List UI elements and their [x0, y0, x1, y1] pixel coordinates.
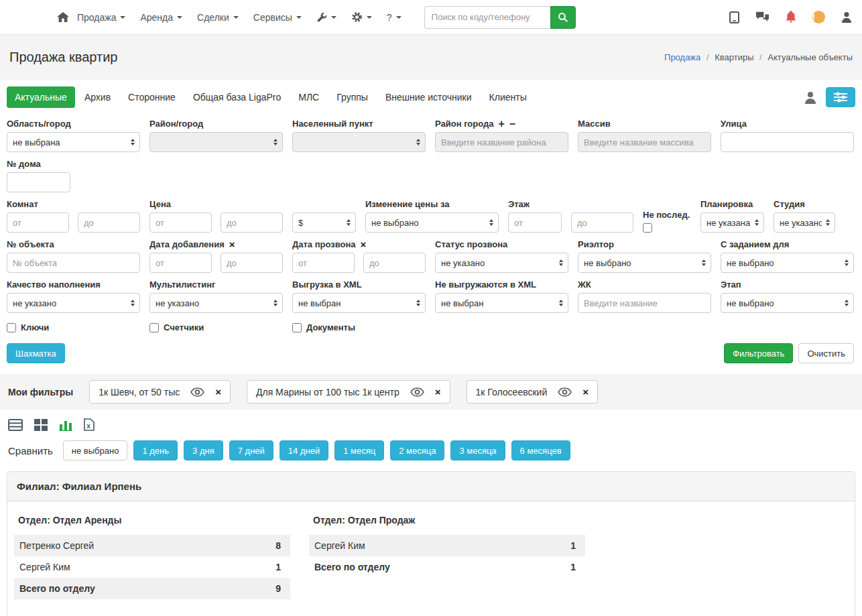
compare-period-button[interactable]: 1 день	[133, 440, 178, 460]
not-last-floor-checkbox[interactable]	[643, 223, 652, 233]
quality-select[interactable]: не указано	[7, 293, 140, 313]
eye-icon[interactable]	[190, 387, 204, 397]
meters-label: Счетчики	[164, 322, 204, 332]
street-input[interactable]	[721, 132, 854, 152]
price-to-input[interactable]	[221, 212, 283, 233]
bell-icon[interactable]	[786, 11, 796, 23]
saved-filter-chip[interactable]: 1к Голосеевский ×	[467, 380, 598, 404]
compare-period-button[interactable]: 3 дня	[184, 440, 223, 460]
studio-select[interactable]: не указано	[774, 212, 835, 233]
layout-select[interactable]: не указана	[700, 212, 764, 233]
clear-button[interactable]: Очистить	[798, 343, 854, 363]
chart-view-icon[interactable]	[59, 419, 72, 431]
compare-period-button[interactable]: 1 месяц	[334, 440, 384, 460]
search-input[interactable]	[424, 6, 550, 29]
date-call-from-input[interactable]	[292, 253, 355, 273]
multilisting-select[interactable]: не указано	[149, 293, 283, 313]
rooms-to-input[interactable]	[78, 212, 140, 233]
filter-button[interactable]: Фильтровать	[724, 343, 793, 363]
district-city-select[interactable]	[149, 132, 283, 152]
remove-district-icon[interactable]: −	[509, 120, 515, 128]
tab-archive[interactable]: Архив	[76, 86, 119, 108]
menu-sale[interactable]: Продажа	[70, 7, 132, 28]
keys-checkbox[interactable]	[7, 323, 16, 332]
menu-settings[interactable]	[345, 6, 379, 28]
date-added-from-input[interactable]	[149, 253, 212, 273]
remove-filter-icon[interactable]: ×	[582, 388, 589, 396]
person-icon[interactable]	[804, 91, 816, 104]
grid-view-icon[interactable]	[34, 419, 48, 431]
tab-actual[interactable]: Актуальные	[7, 86, 75, 108]
stage-select[interactable]: не выбрано	[721, 293, 854, 313]
select-caret-icon	[755, 219, 759, 226]
rooms-from-input[interactable]	[7, 212, 69, 233]
field-object-id: № объекта	[7, 239, 140, 273]
tab-mls[interactable]: МЛС	[290, 86, 327, 108]
search-button[interactable]	[550, 6, 576, 29]
xml-upload-select[interactable]: не выбран	[292, 293, 426, 313]
excel-export-icon[interactable]: x	[84, 418, 95, 431]
compare-period-button[interactable]: 3 месяца	[450, 440, 505, 460]
list-view-icon[interactable]	[8, 419, 23, 431]
compare-period-button[interactable]: 6 месяцев	[511, 440, 570, 460]
compare-period-button[interactable]: 14 дней	[280, 440, 328, 460]
massif-input[interactable]	[578, 132, 711, 152]
department-title: Отдел: Отдел Аренды	[14, 509, 290, 535]
price-change-select-value: не выбрано	[371, 218, 419, 228]
tab-external-sources[interactable]: Внешние источники	[377, 86, 480, 108]
department-total-value: 9	[275, 583, 281, 594]
complex-input[interactable]	[578, 293, 711, 313]
tab-groups[interactable]: Группы	[328, 86, 376, 108]
add-district-icon[interactable]: +	[499, 120, 505, 128]
saved-filter-chip[interactable]: 1к Шевч, от 50 тыс ×	[89, 380, 231, 404]
tab-ligapro-base[interactable]: Общая база LigaPro	[185, 86, 289, 108]
menu-services[interactable]: Сервисы	[247, 7, 308, 28]
call-status-select[interactable]: не указано	[435, 253, 568, 273]
breadcrumb-link-sale[interactable]: Продажа	[664, 52, 700, 62]
compare-period-button[interactable]: 7 дней	[229, 440, 273, 460]
object-id-input[interactable]	[7, 253, 140, 273]
compare-period-button[interactable]: 2 месяца	[390, 440, 444, 460]
field-layout-label: Планировка	[700, 199, 764, 209]
task-for-select[interactable]: не выбрано	[721, 253, 854, 273]
tab-third-party[interactable]: Сторонние	[120, 86, 184, 108]
menu-rent[interactable]: Аренда	[133, 7, 189, 28]
floor-from-input[interactable]	[508, 212, 562, 233]
home-icon[interactable]	[57, 12, 69, 23]
results-section: x Сравнить не выбрано 1 день 3 дня 7 дне…	[0, 410, 862, 616]
date-call-to-input[interactable]	[363, 253, 426, 273]
alert-icon[interactable]	[812, 11, 825, 23]
tablet-icon[interactable]	[729, 11, 739, 23]
clear-date-call-icon[interactable]: ×	[361, 241, 367, 249]
chat-icon[interactable]	[755, 11, 769, 23]
remove-filter-icon[interactable]: ×	[215, 388, 221, 396]
documents-checkbox[interactable]	[292, 323, 302, 332]
menu-help[interactable]: ?	[380, 7, 408, 28]
saved-filter-chip[interactable]: Для Марины от 100 тыс 1к центр ×	[247, 380, 450, 404]
clear-date-added-icon[interactable]: ×	[229, 241, 235, 249]
menu-tools[interactable]	[310, 7, 343, 28]
meters-checkbox[interactable]	[149, 323, 159, 332]
filter-settings-button[interactable]	[826, 87, 855, 107]
date-added-to-input[interactable]	[221, 253, 283, 273]
chessboard-button[interactable]: Шахматка	[7, 343, 65, 363]
house-number-input[interactable]	[7, 172, 70, 192]
field-date-call: Дата прозвона ×	[292, 239, 426, 273]
realtor-select[interactable]: не выбрано	[578, 253, 711, 273]
eye-icon[interactable]	[558, 387, 572, 397]
city-district-input[interactable]	[435, 132, 568, 152]
currency-select[interactable]: $	[292, 212, 356, 233]
search-icon	[558, 12, 568, 23]
floor-to-input[interactable]	[571, 212, 633, 233]
remove-filter-icon[interactable]: ×	[435, 388, 441, 396]
tab-clients[interactable]: Клиенты	[481, 86, 535, 108]
compare-none-button[interactable]: не выбрано	[63, 440, 128, 460]
region-select[interactable]: не выбрана	[7, 132, 140, 152]
menu-deals[interactable]: Сделки	[190, 7, 245, 28]
price-change-select[interactable]: не выбрано	[365, 212, 499, 233]
xml-not-upload-select[interactable]: не выбран	[435, 293, 568, 313]
user-icon[interactable]	[841, 11, 852, 23]
settlement-select[interactable]	[292, 132, 426, 152]
eye-icon[interactable]	[410, 387, 424, 397]
price-from-input[interactable]	[149, 212, 212, 233]
